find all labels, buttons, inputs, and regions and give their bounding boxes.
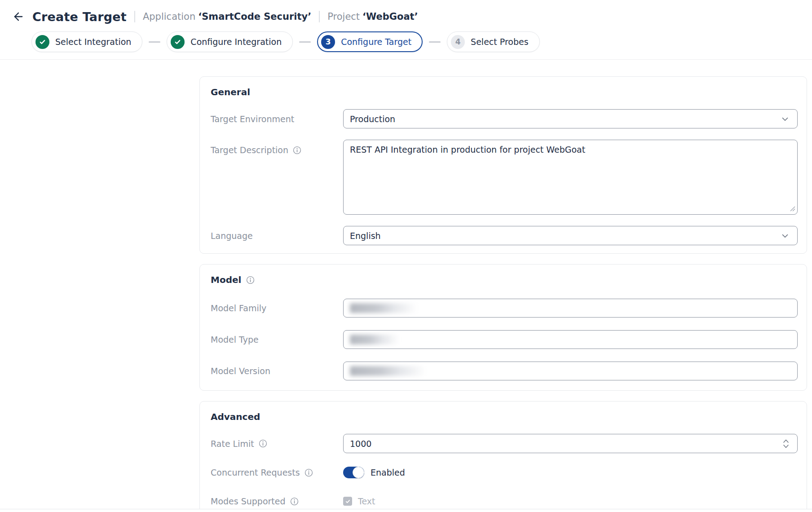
field-model-type: Model Type (211, 330, 798, 349)
step-label: Configure Integration (190, 37, 282, 47)
page-title: Create Target (32, 10, 127, 24)
page-header: Create Target Application‘SmartCode Secu… (0, 0, 812, 60)
number-stepper[interactable] (782, 438, 790, 450)
step-connector (429, 41, 441, 43)
redacted-value (350, 303, 417, 313)
model-type-label: Model Type (211, 335, 259, 344)
info-icon (290, 497, 299, 506)
back-button[interactable] (10, 8, 27, 25)
step-label: Configure Target (341, 37, 411, 47)
arrow-left-icon (12, 10, 25, 23)
field-target-environment: Target Environment Production (211, 109, 798, 128)
check-circle-icon (171, 35, 185, 49)
step-configure-target[interactable]: 3 Configure Target (317, 31, 423, 52)
step-number-badge: 4 (451, 35, 465, 49)
field-rate-limit: Rate Limit (211, 434, 798, 453)
info-icon (258, 439, 268, 448)
stepper-arrows-icon (782, 438, 790, 450)
title-row: Create Target Application‘SmartCode Secu… (0, 5, 812, 28)
model-type-input[interactable] (343, 330, 798, 349)
model-version-label: Model Version (211, 366, 270, 376)
step-select-integration[interactable]: Select Integration (31, 31, 142, 52)
breadcrumb-separator (319, 11, 320, 22)
model-heading: Model (211, 274, 241, 285)
model-section: Model Model Family Model Type (199, 264, 807, 391)
language-select[interactable]: English (343, 226, 798, 245)
field-language: Language English (211, 226, 798, 245)
model-family-input[interactable] (343, 299, 798, 318)
step-label: Select Integration (55, 37, 131, 47)
breadcrumb-application: Application‘SmartCode Security’ (143, 11, 311, 22)
general-section: General Target Environment Production Ta… (199, 76, 807, 254)
field-concurrent-requests: Concurrent Requests Enabled (211, 467, 798, 478)
info-icon (246, 275, 255, 285)
target-description-label: Target Description (211, 145, 288, 155)
redacted-value (350, 335, 399, 344)
concurrent-requests-label: Concurrent Requests (211, 468, 300, 477)
step-select-probes[interactable]: 4 Select Probes (447, 31, 539, 52)
rate-limit-input[interactable] (350, 439, 440, 449)
toggle-status-label: Enabled (371, 468, 405, 477)
field-model-family: Model Family (211, 299, 798, 318)
form-content: General Target Environment Production Ta… (199, 60, 807, 512)
check-circle-icon (35, 35, 49, 49)
model-version-input[interactable] (343, 362, 798, 380)
rate-limit-label: Rate Limit (211, 439, 254, 449)
chevron-down-icon (780, 114, 790, 124)
toggle-knob (353, 467, 364, 478)
advanced-section: Advanced Rate Limit Concurrent Requests (199, 401, 807, 512)
modes-supported-label: Modes Supported (211, 496, 286, 506)
redacted-value (350, 366, 426, 376)
field-modes-supported: Modes Supported Text (211, 496, 798, 506)
general-heading: General (211, 87, 250, 97)
target-description-textarea[interactable]: REST API Integration in production for p… (343, 140, 798, 215)
breadcrumb-separator (134, 11, 135, 22)
field-model-version: Model Version (211, 362, 798, 380)
modes-text-checkbox[interactable] (343, 497, 352, 506)
rate-limit-field (343, 434, 798, 453)
chevron-down-icon (780, 231, 790, 241)
step-label: Select Probes (471, 37, 528, 47)
info-icon (292, 146, 302, 155)
concurrent-requests-toggle[interactable] (343, 467, 364, 478)
target-environment-select[interactable]: Production (343, 109, 798, 128)
model-family-label: Model Family (211, 303, 266, 313)
field-target-description: Target Description REST API Integration … (211, 140, 798, 215)
modes-text-label: Text (358, 496, 375, 506)
advanced-heading: Advanced (211, 411, 260, 422)
target-environment-label: Target Environment (211, 114, 294, 124)
step-connector (299, 41, 311, 43)
check-icon (345, 499, 351, 504)
wizard-stepper: Select Integration Configure Integration… (31, 31, 812, 52)
step-connector (149, 41, 160, 43)
step-number-badge: 3 (321, 35, 335, 49)
breadcrumb-project: Project‘WebGoat’ (327, 11, 418, 22)
info-icon (304, 468, 313, 477)
step-configure-integration[interactable]: Configure Integration (167, 31, 293, 52)
language-label: Language (211, 231, 253, 241)
bottom-edge (0, 509, 812, 512)
